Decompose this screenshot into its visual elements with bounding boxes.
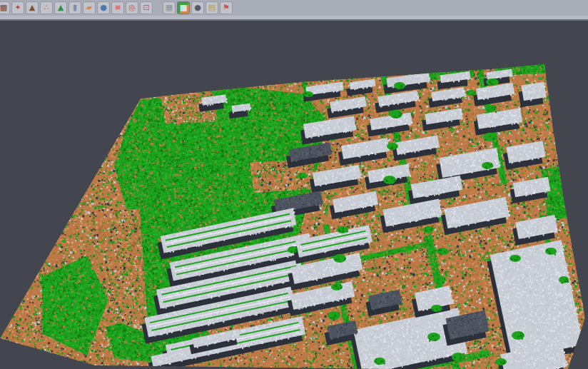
flag-marker-glyph: ⚑ [223,3,230,12]
surface-model-glyph: ▲ [58,3,64,12]
globe-view-glyph: ● [100,3,107,12]
point-cloud-icon[interactable]: ▩ [0,2,9,14]
classify-points-icon[interactable]: ✦ [12,2,24,14]
ortho-image-glyph: ▰ [86,3,92,12]
surface-model-icon[interactable]: ▲ [55,2,66,14]
viewport-3d-point-cloud[interactable] [0,0,588,369]
measure-area-icon[interactable]: ▤ [206,2,218,14]
render-sphere-icon[interactable]: ● [192,2,203,14]
circle-select-glyph: ◎ [128,3,136,12]
application-window: ▩✦▲∴▲▮▰●≡◎⊡▦▩●▤⚑ [0,0,588,369]
toolbar-border [0,19,588,21]
profile-tool-icon[interactable]: ≡ [112,2,123,14]
rect-select-glyph: ⊡ [143,3,149,12]
render-sphere-glyph: ● [194,3,201,12]
point-cloud-glyph: ▩ [0,3,7,12]
classification-display-icon[interactable]: ▩ [178,2,189,14]
ortho-image-icon[interactable]: ▰ [83,2,95,14]
rect-select-icon[interactable]: ⊡ [141,2,152,14]
classify-points-glyph: ✦ [14,3,21,12]
terrain-model-icon[interactable]: ▲ [26,2,38,14]
measure-area-glyph: ▤ [208,3,216,12]
terrain-model-glyph: ▲ [29,3,35,12]
filter-grid-icon[interactable]: ▦ [163,2,175,14]
filter-grid-glyph: ▦ [166,3,173,12]
globe-view-icon[interactable]: ● [98,2,109,14]
profile-tool-glyph: ≡ [114,3,121,12]
side-panel-icon[interactable]: ▮ [69,2,81,14]
scatter-points-icon[interactable]: ∴ [41,2,52,14]
classification-display-glyph: ▩ [180,3,187,12]
side-panel-glyph: ▮ [73,3,77,12]
main-toolbar: ▩✦▲∴▲▮▰●≡◎⊡▦▩●▤⚑ [0,0,588,17]
scatter-points-glyph: ∴ [44,3,49,12]
circle-select-icon[interactable]: ◎ [126,2,138,14]
flag-marker-icon[interactable]: ⚑ [220,2,232,14]
